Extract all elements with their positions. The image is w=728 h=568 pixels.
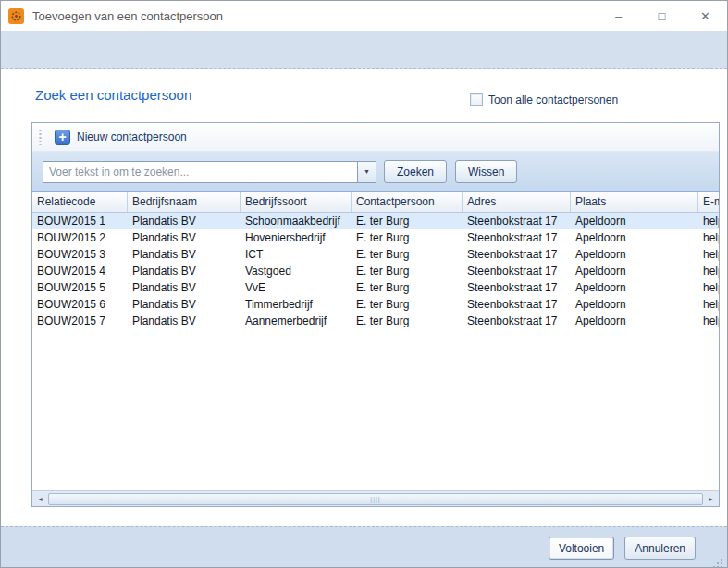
column-header-contactpersoon[interactable]: Contactpersoon	[352, 192, 463, 212]
cell-email: helpd	[698, 296, 719, 313]
column-header-bedrijfsnaam[interactable]: Bedrijfsnaam	[128, 192, 241, 212]
cell-bedrijfsnaam: Plandatis BV	[128, 313, 241, 329]
window-title: Toevoegen van een contactpersoon	[32, 9, 223, 23]
scroll-right-button[interactable]: ►	[704, 492, 718, 506]
cell-relatiecode: BOUW2015 3	[32, 246, 128, 263]
cell-plaats: Apeldoorn	[571, 246, 698, 263]
table-row[interactable]: BOUW2015 4Plandatis BVVastgoedE. ter Bur…	[32, 263, 719, 279]
scroll-left-button[interactable]: ◄	[33, 492, 47, 506]
new-contact-button[interactable]: + Nieuw contactpersoon	[49, 128, 192, 147]
table-row[interactable]: BOUW2015 3Plandatis BVICTE. ter BurgStee…	[32, 246, 719, 263]
results-table: RelatiecodeBedrijfsnaamBedrijfssoortCont…	[32, 192, 719, 329]
search-results-box: + Nieuw contactpersoon ▼ Zoeken Wissen R…	[31, 122, 720, 507]
cell-contactpersoon: E. ter Burg	[352, 229, 463, 246]
scroll-left-icon: ◄	[37, 496, 43, 502]
cell-adres: Steenbokstraat 17	[463, 313, 571, 329]
clear-button[interactable]: Wissen	[455, 160, 517, 183]
scrollbar-grip-icon: ||||	[370, 496, 380, 502]
cell-bedrijfsnaam: Plandatis BV	[128, 246, 241, 263]
cell-email: helpd	[698, 313, 719, 329]
cell-bedrijfsnaam: Plandatis BV	[128, 296, 241, 313]
app-icon	[8, 8, 24, 24]
table-empty-area	[32, 329, 719, 490]
cell-email: helpd	[698, 246, 719, 263]
cell-bedrijfssoort: Hoveniersbedrijf	[241, 229, 352, 246]
footer-bar: Voltooien Annuleren	[1, 526, 727, 568]
cell-relatiecode: BOUW2015 5	[32, 279, 128, 296]
cell-contactpersoon: E. ter Burg	[352, 296, 463, 313]
table-row[interactable]: BOUW2015 5Plandatis BVVvEE. ter BurgStee…	[32, 279, 719, 296]
title-bar: Toevoegen van een contactpersoon – □ ✕	[1, 1, 727, 31]
search-bar: ▼ Zoeken Wissen	[32, 152, 719, 192]
horizontal-scrollbar[interactable]: ◄ |||| ►	[32, 490, 719, 506]
page-title: Zoek een contactpersoon	[35, 87, 191, 103]
cell-relatiecode: BOUW2015 6	[32, 296, 128, 313]
cell-email: helpd	[698, 229, 719, 246]
table-row[interactable]: BOUW2015 6Plandatis BVTimmerbedrijfE. te…	[32, 296, 719, 313]
cancel-button[interactable]: Annuleren	[624, 537, 696, 560]
column-header-adres[interactable]: Adres	[463, 192, 571, 212]
dialog-window: Toevoegen van een contactpersoon – □ ✕ Z…	[0, 0, 728, 568]
cell-bedrijfssoort: VvE	[241, 279, 352, 296]
column-header-email[interactable]: E-mail	[698, 192, 719, 212]
cell-plaats: Apeldoorn	[571, 279, 698, 296]
scroll-right-icon: ►	[708, 496, 714, 502]
cell-bedrijfsnaam: Plandatis BV	[128, 279, 241, 296]
cell-relatiecode: BOUW2015 7	[32, 313, 128, 329]
cell-bedrijfssoort: Vastgoed	[241, 263, 352, 279]
show-all-checkbox[interactable]	[470, 93, 483, 106]
close-icon: ✕	[700, 10, 710, 22]
column-header-relatiecode[interactable]: Relatiecode	[32, 192, 128, 212]
close-button[interactable]: ✕	[684, 1, 727, 31]
column-header-plaats[interactable]: Plaats	[571, 192, 698, 212]
minimize-icon: –	[615, 10, 622, 22]
plus-icon: +	[55, 130, 70, 145]
cell-plaats: Apeldoorn	[571, 263, 698, 279]
table-body: BOUW2015 1Plandatis BVSchoonmaakbedrijfE…	[32, 213, 719, 329]
toolbar: + Nieuw contactpersoon	[32, 123, 719, 152]
table-row[interactable]: BOUW2015 7Plandatis BVAannemerbedrijfE. …	[32, 313, 719, 329]
cell-bedrijfsnaam: Plandatis BV	[128, 263, 241, 279]
resize-grip[interactable]	[721, 559, 722, 561]
header-band	[1, 31, 727, 69]
table-row[interactable]: BOUW2015 1Plandatis BVSchoonmaakbedrijfE…	[32, 213, 719, 229]
cell-adres: Steenbokstraat 17	[463, 263, 571, 279]
new-contact-label: Nieuw contactpersoon	[77, 130, 187, 143]
show-all-option[interactable]: Toon alle contactpersonen	[470, 93, 618, 106]
search-button[interactable]: Zoeken	[384, 160, 447, 183]
cell-adres: Steenbokstraat 17	[463, 296, 571, 313]
cell-email: helpd	[698, 263, 719, 279]
cell-relatiecode: BOUW2015 1	[32, 213, 128, 229]
toolbar-grip[interactable]	[39, 129, 42, 145]
finish-button[interactable]: Voltooien	[549, 537, 614, 560]
window-controls: – □ ✕	[597, 1, 727, 31]
cell-bedrijfssoort: Schoonmaakbedrijf	[241, 213, 352, 229]
cell-adres: Steenbokstraat 17	[463, 246, 571, 263]
maximize-button[interactable]: □	[640, 1, 684, 31]
cell-plaats: Apeldoorn	[571, 229, 698, 246]
cell-relatiecode: BOUW2015 2	[32, 229, 128, 246]
column-header-bedrijfssoort[interactable]: Bedrijfssoort	[241, 192, 352, 212]
chevron-down-icon: ▼	[364, 168, 370, 175]
cell-plaats: Apeldoorn	[571, 296, 698, 313]
cell-contactpersoon: E. ter Burg	[352, 213, 463, 229]
cell-contactpersoon: E. ter Burg	[352, 313, 463, 329]
cell-bedrijfsnaam: Plandatis BV	[128, 213, 241, 229]
cell-relatiecode: BOUW2015 4	[32, 263, 128, 279]
show-all-label: Toon alle contactpersonen	[488, 93, 618, 106]
cell-adres: Steenbokstraat 17	[463, 279, 571, 296]
cell-email: helpd	[698, 279, 719, 296]
cell-contactpersoon: E. ter Burg	[352, 263, 463, 279]
cell-contactpersoon: E. ter Burg	[352, 279, 463, 296]
table-row[interactable]: BOUW2015 2Plandatis BVHoveniersbedrijfE.…	[32, 229, 719, 246]
scrollbar-thumb[interactable]: ||||	[48, 493, 703, 505]
cell-plaats: Apeldoorn	[571, 313, 698, 329]
minimize-button[interactable]: –	[597, 1, 640, 31]
cell-bedrijfssoort: Timmerbedrijf	[241, 296, 352, 313]
cell-email: helpd	[698, 213, 719, 229]
cell-bedrijfssoort: ICT	[241, 246, 352, 263]
cell-bedrijfssoort: Aannemerbedrijf	[241, 313, 352, 329]
search-input[interactable]	[43, 161, 357, 183]
search-dropdown-button[interactable]: ▼	[357, 161, 376, 183]
cell-plaats: Apeldoorn	[571, 213, 698, 229]
